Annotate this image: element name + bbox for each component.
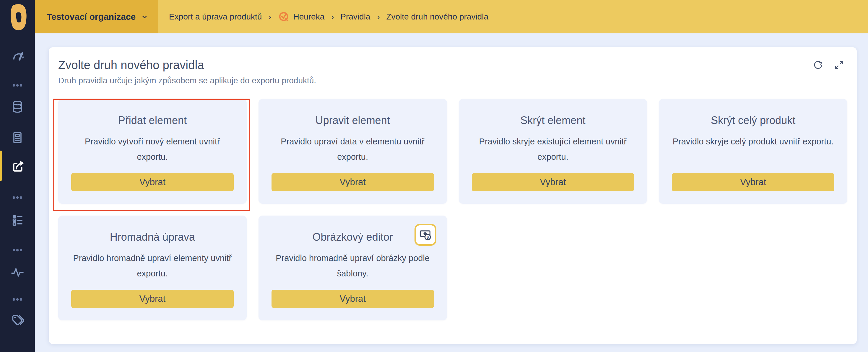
tags-icon: [10, 313, 25, 327]
panel-actions: [812, 59, 845, 71]
tile-description: Pravidlo upraví data v elementu uvnitř e…: [272, 134, 434, 164]
breadcrumb-item-current: Zvolte druh nového pravidla: [386, 12, 488, 22]
activity-pulse-icon: [10, 265, 25, 279]
breadcrumb-item-export[interactable]: Export a úprava produktů: [169, 12, 262, 22]
tile-title: Skrýt celý produkt: [672, 114, 834, 127]
sidebar-item-more-2[interactable]: [0, 186, 35, 209]
page-subtitle: Druh pravidla určuje jakým způsobem se a…: [58, 76, 847, 85]
sidebar-item-products[interactable]: [0, 126, 35, 149]
more-ellipsis-icon: [10, 190, 25, 205]
rule-tile-hromadna-uprava: Hromadná úprava Pravidlo hromadně upraví…: [58, 216, 247, 320]
main-panel: Zvolte druh nového pravidla Druh pravidl…: [49, 47, 857, 344]
tile-description: Pravidlo hromadně upraví elementy uvnitř…: [71, 250, 234, 281]
app-root: { "topbar": { "organization": "Testovací…: [0, 0, 868, 352]
topbar: Testovací organizace Export a úprava pro…: [35, 0, 868, 33]
tile-title: Hromadná úprava: [71, 231, 234, 243]
sidebar-item-rules[interactable]: [0, 209, 35, 231]
svg-text:$: $: [427, 235, 429, 239]
paid-feature-badge: $: [414, 224, 436, 246]
tile-description: Pravidlo vytvoří nový element uvnitř exp…: [71, 134, 234, 164]
select-button-upravit-element[interactable]: Vybrat: [272, 173, 434, 191]
breadcrumb-separator: ›: [377, 12, 380, 22]
tile-description: Pravidlo skryje celý produkt uvnitř expo…: [672, 134, 834, 149]
database-icon: [10, 100, 25, 114]
breadcrumb-separator: ›: [331, 12, 334, 22]
tile-title: Přidat element: [71, 114, 234, 127]
sidebar-item-activity[interactable]: [0, 260, 35, 283]
sidebar-item-more-3[interactable]: [0, 239, 35, 261]
more-ellipsis-icon: [10, 292, 25, 307]
rule-type-grid: Přidat element Pravidlo vytvoří nový ele…: [58, 99, 847, 320]
rule-tile-skryt-cely-produkt: Skrýt celý produkt Pravidlo skryje celý …: [659, 99, 847, 204]
heureka-logo-icon: [278, 11, 289, 23]
sidebar-item-tags[interactable]: [0, 309, 35, 331]
expand-button[interactable]: [833, 59, 845, 71]
tile-description: Pravidlo hromadně upraví obrázky podle š…: [272, 250, 434, 281]
breadcrumb-item-heureka[interactable]: Heureka: [293, 12, 324, 22]
panel-header: Zvolte druh nového pravidla Druh pravidl…: [49, 47, 857, 85]
rules-checklist-icon: [10, 213, 25, 227]
select-button-hromadna-uprava[interactable]: Vybrat: [71, 290, 234, 308]
page-title: Zvolte druh nového pravidla: [58, 59, 847, 72]
dashboard-gauge-icon: [10, 48, 25, 62]
rule-tile-upravit-element: Upravit element Pravidlo upraví data v e…: [258, 99, 447, 204]
sidebar-item-more-1[interactable]: [0, 74, 35, 97]
organization-name: Testovací organizace: [47, 12, 135, 22]
products-document-icon: [10, 130, 25, 145]
money-banknote-icon: $: [418, 228, 432, 242]
select-button-skryt-cely-produkt[interactable]: Vybrat: [672, 173, 834, 191]
sidebar-item-dashboard[interactable]: [0, 44, 35, 66]
select-button-pridat-element[interactable]: Vybrat: [71, 173, 234, 191]
organization-switcher[interactable]: Testovací organizace: [35, 0, 158, 33]
breadcrumb-separator: ›: [268, 12, 271, 22]
tile-title: Upravit element: [272, 114, 434, 127]
breadcrumb: Export a úprava produktů › Heureka › Pra…: [158, 0, 488, 33]
refresh-icon: [812, 59, 824, 71]
more-ellipsis-icon: [10, 243, 25, 257]
app-logo[interactable]: [0, 0, 35, 33]
sidebar: [0, 0, 35, 352]
select-button-skryt-element[interactable]: Vybrat: [472, 173, 634, 191]
tile-title: Obrázkový editor: [272, 231, 434, 243]
tile-description: Pravidlo skryje existující element uvnit…: [472, 134, 634, 164]
rule-tile-pridat-element: Přidat element Pravidlo vytvoří nový ele…: [58, 99, 247, 204]
breadcrumb-item-pravidla[interactable]: Pravidla: [340, 12, 370, 22]
rule-tile-obrazkovy-editor: $ Obrázkový editor Pravidlo hromadně upr…: [258, 216, 447, 320]
select-button-obrazkovy-editor[interactable]: Vybrat: [272, 290, 434, 308]
more-ellipsis-icon: [10, 78, 25, 92]
refresh-button[interactable]: [812, 59, 824, 71]
tile-title: Skrýt element: [472, 114, 634, 127]
export-share-icon: [10, 157, 25, 172]
chevron-down-icon: [141, 13, 148, 21]
rule-tile-skryt-element: Skrýt element Pravidlo skryje existující…: [459, 99, 647, 204]
sidebar-item-more-4[interactable]: [0, 288, 35, 311]
expand-arrows-icon: [833, 59, 845, 71]
sidebar-item-export[interactable]: [0, 154, 35, 176]
sidebar-item-data[interactable]: [0, 96, 35, 118]
mergado-logo-icon: [3, 1, 32, 32]
